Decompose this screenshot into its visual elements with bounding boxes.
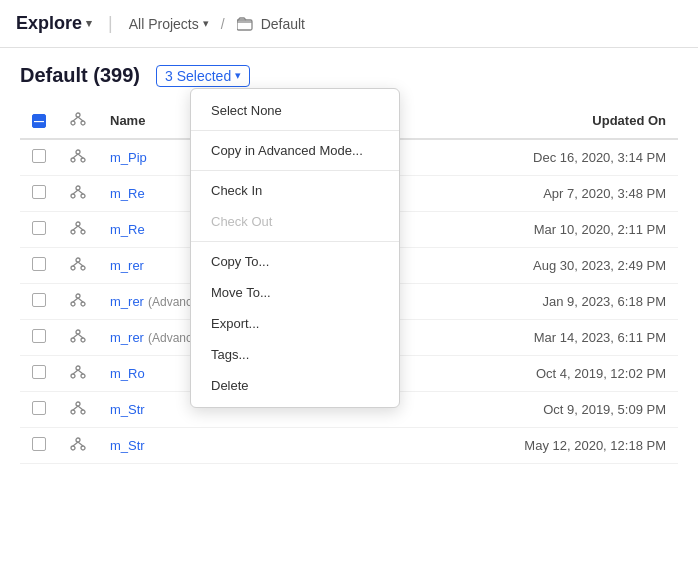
row-type-icon [70, 400, 86, 416]
dropdown-item-move-to[interactable]: Move To... [191, 277, 399, 308]
row-updated-cell: Aug 30, 2023, 2:49 PM [380, 248, 678, 284]
row-name-link[interactable]: m_Pip [110, 150, 147, 165]
table-row: m_StrMay 12, 2020, 12:18 PM [20, 428, 678, 464]
svg-point-17 [71, 230, 75, 234]
row-icon-cell [58, 428, 98, 464]
header-icon-col [58, 103, 98, 139]
row-updated-cell: Jan 9, 2023, 6:18 PM [380, 284, 678, 320]
svg-point-16 [76, 222, 80, 226]
row-checkbox-cell [20, 176, 58, 212]
row-name-link[interactable]: m_Re [110, 222, 145, 237]
row-icon-cell [58, 212, 98, 248]
row-updated-cell: Mar 14, 2023, 6:11 PM [380, 320, 678, 356]
svg-point-22 [71, 266, 75, 270]
selected-chevron-icon: ▾ [235, 69, 241, 82]
dropdown-divider [191, 170, 399, 171]
svg-line-35 [78, 334, 83, 338]
svg-point-37 [71, 374, 75, 378]
row-icon-cell [58, 320, 98, 356]
svg-point-48 [81, 446, 85, 450]
dropdown-item-copy-to[interactable]: Copy To... [191, 246, 399, 277]
dropdown-item-copy-advanced[interactable]: Copy in Advanced Mode... [191, 135, 399, 166]
dropdown-item-select-none[interactable]: Select None [191, 95, 399, 126]
header-divider: | [108, 13, 113, 34]
row-checkbox[interactable] [32, 437, 46, 451]
row-name-link[interactable]: m_rer [110, 258, 144, 273]
breadcrumb-slash: / [221, 16, 225, 32]
row-type-icon [70, 148, 86, 164]
row-checkbox-cell [20, 356, 58, 392]
svg-line-29 [73, 298, 78, 302]
selected-badge[interactable]: 3 Selected ▾ [156, 65, 250, 87]
selected-count-label: 3 Selected [165, 68, 231, 84]
row-checkbox[interactable] [32, 293, 46, 307]
row-checkbox[interactable] [32, 185, 46, 199]
svg-point-27 [71, 302, 75, 306]
row-checkbox-cell [20, 284, 58, 320]
svg-point-42 [71, 410, 75, 414]
row-name-link[interactable]: m_rer [110, 330, 144, 345]
svg-point-46 [76, 438, 80, 442]
row-name-link[interactable]: m_Ro [110, 366, 145, 381]
dropdown-divider [191, 241, 399, 242]
row-name-link[interactable]: m_Str [110, 438, 145, 453]
main-content: Default (399) 3 Selected ▾ — [0, 48, 698, 480]
svg-point-18 [81, 230, 85, 234]
svg-point-8 [81, 158, 85, 162]
svg-point-12 [71, 194, 75, 198]
svg-point-47 [71, 446, 75, 450]
explore-label: Explore [16, 13, 82, 34]
dropdown-item-delete[interactable]: Delete [191, 370, 399, 401]
svg-point-3 [81, 121, 85, 125]
svg-line-50 [78, 442, 83, 446]
svg-line-45 [78, 406, 83, 410]
svg-point-33 [81, 338, 85, 342]
row-checkbox[interactable] [32, 401, 46, 415]
all-projects-label: All Projects [129, 16, 199, 32]
row-checkbox[interactable] [32, 365, 46, 379]
row-checkbox-cell [20, 392, 58, 428]
svg-point-32 [71, 338, 75, 342]
row-icon-cell [58, 248, 98, 284]
svg-line-44 [73, 406, 78, 410]
row-name-link[interactable]: m_rer [110, 294, 144, 309]
row-checkbox[interactable] [32, 221, 46, 235]
row-type-icon [70, 220, 86, 236]
svg-line-24 [73, 262, 78, 266]
row-icon-cell [58, 284, 98, 320]
svg-line-19 [73, 226, 78, 230]
header-checkbox-col: — [20, 103, 58, 139]
row-type-icon [70, 436, 86, 452]
row-type-icon [70, 328, 86, 344]
svg-point-23 [81, 266, 85, 270]
row-icon-cell [58, 356, 98, 392]
row-type-icon [70, 256, 86, 272]
dropdown-item-tags[interactable]: Tags... [191, 339, 399, 370]
page-title: Default (399) [20, 64, 140, 87]
svg-line-14 [73, 190, 78, 194]
header-updated-on: Updated On [380, 103, 678, 139]
dropdown-item-export[interactable]: Export... [191, 308, 399, 339]
svg-point-1 [76, 113, 80, 117]
explore-chevron-icon: ▾ [86, 17, 92, 30]
svg-line-39 [73, 370, 78, 374]
row-updated-cell: Oct 9, 2019, 5:09 PM [380, 392, 678, 428]
svg-line-34 [73, 334, 78, 338]
row-checkbox[interactable] [32, 257, 46, 271]
row-name-link[interactable]: m_Re [110, 186, 145, 201]
select-all-checkbox[interactable]: — [32, 114, 46, 128]
svg-point-11 [76, 186, 80, 190]
row-name-cell: m_Str [98, 428, 380, 464]
row-checkbox-cell [20, 248, 58, 284]
svg-point-26 [76, 294, 80, 298]
svg-line-4 [73, 117, 78, 121]
row-name-link[interactable]: m_Str [110, 402, 145, 417]
all-projects-nav[interactable]: All Projects ▾ [129, 16, 209, 32]
svg-point-13 [81, 194, 85, 198]
dropdown-item-check-in[interactable]: Check In [191, 175, 399, 206]
row-checkbox[interactable] [32, 149, 46, 163]
row-checkbox[interactable] [32, 329, 46, 343]
header-type-icon [70, 111, 86, 127]
explore-nav[interactable]: Explore ▾ [16, 13, 92, 34]
svg-point-36 [76, 366, 80, 370]
